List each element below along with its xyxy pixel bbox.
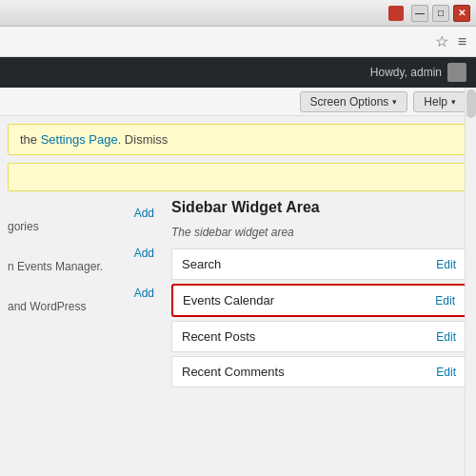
widget-area-title: Sidebar Widget Area [171,199,466,222]
notice-prefix: the [20,132,41,147]
screen-options-bar: Screen Options ▾ Help ▾ [0,88,476,116]
close-button[interactable]: ✕ [453,5,470,22]
howdy-section: Howdy, admin [370,63,466,82]
title-bar-icon [388,6,411,21]
widget-search-name: Search [182,257,221,271]
add-button-1[interactable]: Add [8,207,154,220]
screen-options-button[interactable]: Screen Options ▾ [300,91,408,112]
maximize-icon: □ [438,8,444,18]
avatar [447,63,466,82]
widget-recent-comments: Recent Comments Edit [171,356,466,387]
widget-search: Search Edit [171,248,466,280]
left-description-2: n Events Manager. [8,260,154,273]
left-section-1: Add gories [8,207,154,233]
notice-bar: the Settings Page. Dismiss [8,124,468,155]
widget-area-subtitle: The sidebar widget area [171,226,466,239]
left-section-2: Add n Events Manager. [8,247,154,273]
title-bar-controls: — □ ✕ [411,5,470,22]
widget-recent-comments-name: Recent Comments [182,365,285,379]
widget-recent-posts-name: Recent Posts [182,329,255,344]
nav-bar: ☆ ≡ [0,27,476,57]
add-button-2[interactable]: Add [8,247,154,260]
minimize-button[interactable]: — [411,5,428,22]
widget-search-edit[interactable]: Edit [436,258,456,271]
scrollbar-thumb[interactable] [466,89,476,118]
yellow-bar [8,163,468,191]
close-icon: ✕ [458,8,466,18]
page-wrapper: — □ ✕ ☆ ≡ Howdy, admin Screen Options ▾ … [0,0,476,476]
help-button[interactable]: Help ▾ [413,91,466,112]
widget-events-calendar-edit[interactable]: Edit [435,294,455,307]
bookmark-icon[interactable]: ☆ [435,32,448,50]
add-button-3[interactable]: Add [8,287,154,300]
widget-recent-comments-edit[interactable]: Edit [436,366,456,379]
menu-icon[interactable]: ≡ [458,33,466,50]
scrollbar-track [465,88,476,476]
help-arrow: ▾ [451,97,456,107]
left-description-3: and WordPress [8,300,154,313]
left-description-1: gories [8,220,154,233]
notice-suffix: Dismiss [121,132,168,147]
widget-events-calendar: Events Calendar Edit [171,284,466,317]
right-panel: Sidebar Widget Area The sidebar widget a… [162,199,476,467]
widget-recent-posts-edit[interactable]: Edit [436,330,456,344]
widget-events-calendar-name: Events Calendar [183,293,274,307]
widget-recent-posts: Recent Posts Edit [171,321,466,352]
screen-options-label: Screen Options [310,95,389,109]
howdy-text: Howdy, admin [370,66,442,79]
left-panel: Add gories Add n Events Manager. Add and… [0,199,162,467]
screen-options-arrow: ▾ [392,97,397,107]
wp-admin-bar: Howdy, admin [0,57,476,88]
maximize-button[interactable]: □ [432,5,449,22]
help-label: Help [424,95,447,109]
settings-page-link[interactable]: Settings Page. [41,132,122,147]
left-section-3: Add and WordPress [8,287,154,313]
minimize-icon: — [415,8,425,18]
title-bar: — □ ✕ [0,0,476,27]
main-layout: Add gories Add n Events Manager. Add and… [0,199,476,467]
